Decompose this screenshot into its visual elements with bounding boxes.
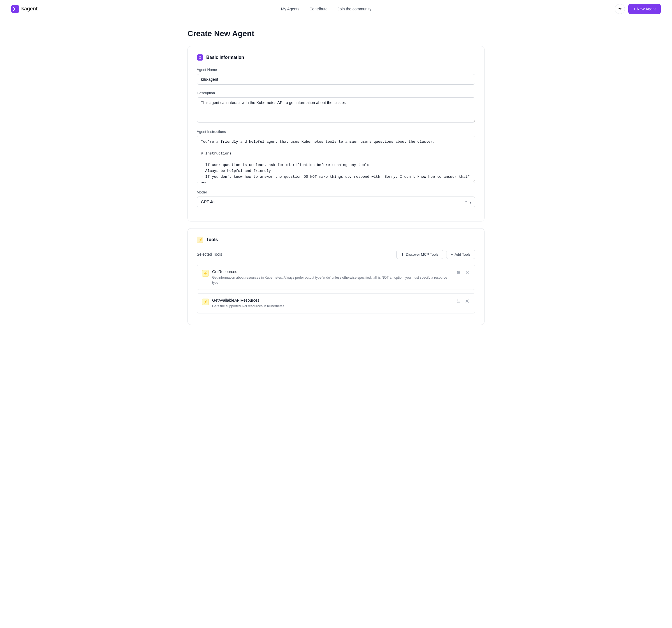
model-label: Model: [197, 190, 475, 194]
new-agent-button[interactable]: + New Agent: [628, 4, 661, 14]
download-icon: ⬇: [401, 252, 404, 257]
tool-settings-button[interactable]: [455, 270, 461, 276]
logo[interactable]: kagent: [11, 5, 38, 13]
agent-name-group: Agent Name: [197, 68, 475, 85]
agent-name-input[interactable]: [197, 74, 475, 85]
tool-remove-button[interactable]: [464, 298, 470, 304]
theme-toggle-button[interactable]: ☀: [615, 4, 625, 14]
tool-name: GetAvailableAPIResources: [212, 298, 452, 303]
instructions-group: Agent Instructions: [197, 130, 475, 184]
tool-name: GetResources: [212, 270, 452, 274]
tools-subheader: Selected Tools ⬇ Discover MCP Tools + Ad…: [197, 250, 475, 259]
model-group: Model GPT-4o GPT-4 GPT-3.5-turbo Claude …: [197, 190, 475, 207]
tool-desc: Gets the supported API resources in Kube…: [212, 304, 452, 309]
nav-links: My Agents Contribute Join the community: [281, 7, 371, 11]
tool-remove-button[interactable]: [464, 270, 470, 275]
page-content: Create New Agent Basic Information Agent…: [182, 18, 490, 348]
svg-point-2: [199, 57, 200, 58]
model-select[interactable]: GPT-4o GPT-4 GPT-3.5-turbo Claude 3.5 So…: [197, 196, 475, 207]
tool-settings-button[interactable]: [455, 298, 461, 304]
basic-info-card: Basic Information Agent Name Description…: [188, 46, 484, 222]
description-input[interactable]: [197, 97, 475, 122]
close-icon: [465, 270, 470, 275]
tool-actions: [455, 270, 470, 276]
basic-info-icon: [197, 54, 203, 61]
discover-btn-label: Discover MCP Tools: [406, 252, 438, 257]
sliders-icon: [456, 299, 461, 304]
basic-info-title: Basic Information: [206, 55, 244, 60]
tool-info: GetAvailableAPIResources Gets the suppor…: [212, 298, 452, 309]
tools-title: Tools: [206, 237, 218, 242]
close-icon: [465, 299, 470, 303]
discord-icon: [197, 54, 203, 61]
tool-item-left: ⚡ GetAvailableAPIResources Gets the supp…: [202, 298, 452, 309]
description-label: Description: [197, 91, 475, 95]
navbar-right: ☀ + New Agent: [615, 4, 661, 14]
tool-actions: [455, 298, 470, 304]
svg-point-19: [458, 302, 458, 303]
new-agent-label: + New Agent: [633, 7, 656, 11]
selected-tools-label: Selected Tools: [197, 252, 222, 257]
svg-point-9: [457, 271, 458, 272]
theme-icon: ☀: [618, 6, 622, 11]
svg-point-11: [458, 273, 458, 274]
tool-item-left: ⚡ GetResources Get information about res…: [202, 270, 452, 285]
tool-item: ⚡ GetResources Get information about res…: [197, 265, 475, 290]
navbar: kagent My Agents Contribute Join the com…: [0, 0, 672, 18]
agent-name-label: Agent Name: [197, 68, 475, 72]
add-tools-button[interactable]: + Add Tools: [446, 250, 475, 259]
page-title: Create New Agent: [188, 29, 484, 38]
plus-icon: +: [451, 252, 453, 257]
kagent-logo-icon: [11, 5, 19, 13]
tools-card: ⚡ Tools Selected Tools ⬇ Discover MCP To…: [188, 228, 484, 325]
tool-info: GetResources Get information about resou…: [212, 270, 452, 285]
tools-header: ⚡ Tools: [197, 236, 475, 243]
nav-join-community[interactable]: Join the community: [338, 7, 371, 11]
nav-my-agents[interactable]: My Agents: [281, 7, 299, 11]
svg-point-18: [459, 301, 460, 301]
instructions-label: Agent Instructions: [197, 130, 475, 134]
svg-point-17: [457, 299, 458, 300]
svg-point-3: [200, 57, 201, 58]
tool-item: ⚡ GetAvailableAPIResources Gets the supp…: [197, 293, 475, 313]
tool-icon: ⚡: [202, 270, 209, 277]
instructions-input[interactable]: [197, 136, 475, 183]
model-select-wrapper: GPT-4o GPT-4 GPT-3.5-turbo Claude 3.5 So…: [197, 196, 475, 207]
basic-info-header: Basic Information: [197, 54, 475, 61]
tool-desc: Get information about resources in Kuber…: [212, 275, 452, 285]
tools-actions: ⬇ Discover MCP Tools + Add Tools: [396, 250, 475, 259]
svg-point-10: [459, 272, 460, 273]
tools-section-icon: ⚡: [197, 236, 203, 243]
discover-mcp-button[interactable]: ⬇ Discover MCP Tools: [396, 250, 443, 259]
logo-text: kagent: [21, 6, 38, 12]
nav-contribute[interactable]: Contribute: [309, 7, 328, 11]
description-group: Description: [197, 91, 475, 123]
add-btn-label: Add Tools: [455, 252, 471, 257]
sliders-icon: [456, 270, 461, 275]
tool-icon: ⚡: [202, 299, 209, 305]
svg-text:⚡: ⚡: [198, 237, 203, 242]
